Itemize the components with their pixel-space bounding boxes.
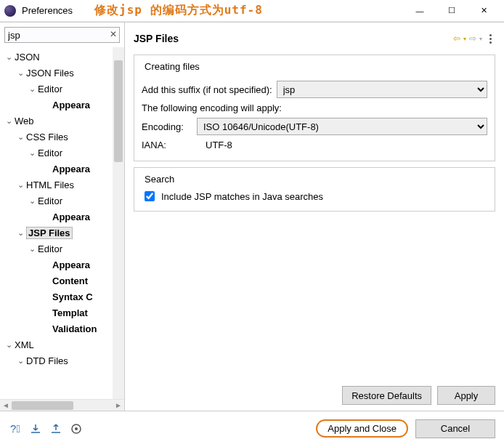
iana-label: IANA: [142,140,192,150]
maximize-button[interactable]: ☐ [436,1,468,21]
export-icon[interactable] [49,422,62,435]
tree-item[interactable]: Appeara [0,161,124,177]
tree-item[interactable]: Syntax C [0,289,124,305]
chevron-down-icon[interactable]: ⌄ [4,340,13,350]
tree-item-label: Content [52,275,88,286]
tree-item[interactable]: Appeara [0,257,124,273]
scroll-thumb[interactable] [114,60,123,162]
window-controls: — ☐ ✕ [404,1,500,21]
iana-value: UTF-8 [206,140,232,150]
tree-item-label: Syntax C [52,291,93,302]
import-icon[interactable] [29,422,42,435]
minimize-button[interactable]: — [404,1,436,21]
encoding-combo[interactable]: ISO 10646/Unicode(UTF-8) [197,118,487,135]
content-header: JSP Files ⇦ ▾ ⇨ ▾ [134,28,495,49]
window-title: Preferences [22,5,73,16]
chevron-down-icon[interactable]: ⌄ [16,228,25,238]
tree-item[interactable]: Appeara [0,209,124,225]
tree-item-label: CSS Files [26,132,68,142]
tree-item[interactable]: ⌄JSON [0,49,124,65]
nav-forward-icon[interactable]: ⇨ [469,33,476,44]
scroll-left-icon[interactable]: ◄ [0,401,12,409]
close-button[interactable]: ✕ [468,1,500,21]
nav-forward-menu-icon[interactable]: ▾ [479,36,482,42]
include-jsp-checkbox[interactable] [145,191,155,201]
tree-item-label: Validation [52,323,97,334]
scroll-right-icon[interactable]: ► [113,401,124,409]
chevron-down-icon[interactable]: ⌄ [28,196,36,206]
content-pane: JSP Files ⇦ ▾ ⇨ ▾ Creating files Add thi… [125,23,504,411]
tree-item[interactable]: ⌄DTD Files [0,353,124,369]
chevron-down-icon[interactable]: ⌄ [4,116,13,126]
encoding-label: Encoding: [142,121,192,132]
tree-item-label: Appeara [52,164,90,174]
tree-item[interactable]: ⌄JSON Files [0,65,124,81]
chevron-down-icon[interactable]: ⌄ [16,356,25,366]
tree-item[interactable]: ⌄CSS Files [0,129,124,145]
clear-filter-icon[interactable]: ✕ [110,29,117,39]
hscroll-thumb[interactable] [12,401,73,410]
tree-item-label: XML [15,339,34,350]
filter-box: ✕ [4,27,120,43]
tree-item[interactable]: ⌄Editor [0,81,124,97]
tree-item[interactable]: Validation [0,321,124,337]
footer-buttons: Apply and Close Cancel [316,419,495,438]
include-jsp-row: Include JSP matches in Java searches [142,189,487,204]
tree-item[interactable]: ⌄JSP Files [0,225,124,241]
titlebar: Preferences 修改jsp 的编码方式为utf-8 — ☐ ✕ [0,0,504,22]
tree-item-label: JSP Files [26,227,73,239]
tree-item[interactable]: ⌄Editor [0,193,124,209]
group-title-creating: Creating files [142,61,203,72]
oomph-icon[interactable] [70,422,83,435]
chevron-down-icon[interactable]: ⌄ [4,52,13,62]
tree-item-label: JSON Files [26,68,74,78]
chevron-down-icon[interactable]: ⌄ [28,244,36,254]
iana-row: IANA: UTF-8 [142,140,487,150]
tree-hscrollbar[interactable]: ◄ ► [0,399,124,411]
sidebar: ✕ ⌄JSON⌄JSON Files⌄EditorAppeara⌄Web⌄CSS… [0,23,125,411]
tree-item[interactable]: ⌄HTML Files [0,177,124,193]
chevron-down-icon[interactable]: ⌄ [16,132,25,142]
tree-item-label: Editor [38,196,62,206]
chevron-down-icon[interactable]: ⌄ [28,84,36,94]
tree-scrollbar[interactable] [113,47,124,399]
tree-item[interactable]: ⌄XML [0,337,124,353]
tree-item[interactable]: Content [0,273,124,289]
suffix-combo[interactable]: jsp [277,81,487,98]
nav-back-icon[interactable]: ⇦ [453,33,460,44]
apply-and-close-button[interactable]: Apply and Close [316,419,408,438]
group-title-search: Search [142,174,177,185]
cancel-button[interactable]: Cancel [415,419,495,438]
preference-tree[interactable]: ⌄JSON⌄JSON Files⌄EditorAppeara⌄Web⌄CSS F… [0,47,124,399]
suffix-row: Add this suffix (if not specified): jsp [142,81,487,98]
view-menu-icon[interactable] [485,33,495,44]
footer: ?⃝ Apply and Close Cancel [0,411,504,446]
tree-item[interactable]: Appeara [0,97,124,113]
help-icon[interactable]: ?⃝ [9,422,22,435]
restore-defaults-button[interactable]: Restore Defaults [342,386,431,405]
tree-item-label: Appeara [52,259,90,270]
suffix-label: Add this suffix (if not specified): [142,84,272,95]
tree-item-label: Appeara [52,212,90,222]
tree-item-label: Editor [38,148,62,158]
nav-back-menu-icon[interactable]: ▾ [463,36,466,42]
chevron-down-icon[interactable]: ⌄ [16,180,25,190]
tree-item-label: Editor [38,243,62,254]
filter-input[interactable] [4,27,120,43]
tree-item[interactable]: Templat [0,305,124,321]
chevron-down-icon[interactable]: ⌄ [28,148,36,158]
tree-item[interactable]: ⌄Editor [0,145,124,161]
tree-item-label: JSON [15,52,40,63]
hscroll-track[interactable] [12,401,113,410]
creating-files-group: Creating files Add this suffix (if not s… [134,55,495,161]
footer-icons: ?⃝ [9,422,83,435]
eclipse-icon [4,5,16,17]
tree-item-label: Web [15,116,34,126]
apply-button[interactable]: Apply [437,386,495,405]
include-jsp-label: Include JSP matches in Java searches [161,191,323,202]
tree-item-label: Editor [38,84,62,94]
tree-item[interactable]: ⌄Editor [0,241,124,257]
chevron-down-icon[interactable]: ⌄ [16,68,25,78]
tree-item[interactable]: ⌄Web [0,113,124,129]
search-group: Search Include JSP matches in Java searc… [134,167,495,212]
